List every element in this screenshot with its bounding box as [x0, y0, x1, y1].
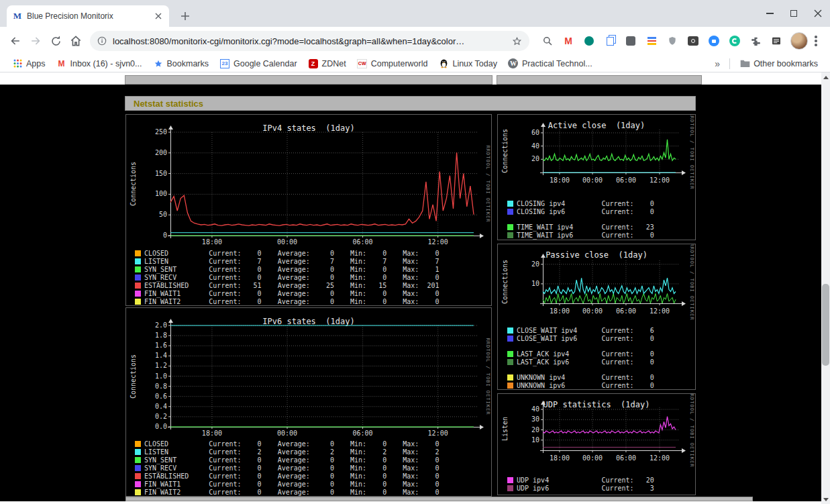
svg-text:06:00: 06:00	[353, 238, 373, 246]
address-bar[interactable]: localhost:8080/monitorix-cgi/monitorix.c…	[90, 31, 529, 51]
scrollbar-down-arrow[interactable]	[821, 495, 830, 504]
svg-text:20: 20	[531, 426, 539, 434]
svg-text:1.8: 1.8	[155, 332, 167, 339]
svg-text:06:00: 06:00	[616, 177, 636, 184]
svg-text:18:00: 18:00	[202, 430, 222, 437]
bookmarks-separator	[729, 58, 730, 69]
svg-text:00:00: 00:00	[582, 454, 603, 462]
svg-text:10: 10	[531, 436, 539, 444]
star-icon	[153, 58, 164, 69]
bookmark-google-calendar[interactable]: 23 Google Calendar	[214, 56, 303, 71]
browser-toolbar: localhost:8080/monitorix-cgi/monitorix.c…	[0, 27, 830, 55]
bookmarks-overflow-chevron[interactable]: »	[709, 58, 725, 69]
reload-button[interactable]	[46, 31, 66, 51]
grammarly-icon[interactable]	[726, 32, 743, 50]
scrollbar-thumb[interactable]	[822, 284, 829, 366]
svg-text:00:00: 00:00	[277, 238, 297, 246]
svg-text:00:00: 00:00	[582, 307, 603, 315]
graph-ipv6-states[interactable]: IPv6 states (1day) Connections RRDTOOL /…	[125, 307, 492, 497]
section-header: Netstat statistics	[125, 96, 696, 111]
svg-text:10: 10	[531, 280, 539, 287]
url-text[interactable]: localhost:8080/monitorix-cgi/monitorix.c…	[113, 36, 511, 46]
svg-text:18:00: 18:00	[202, 238, 222, 246]
bookmark-inbox[interactable]: M Inbox (16) - sjvn0...	[51, 56, 148, 71]
monitorix-content: Netstat statistics IPv4 states (1day) Co…	[0, 85, 821, 501]
svg-text:06:00: 06:00	[616, 454, 636, 462]
page-info-icon[interactable]	[97, 36, 107, 46]
svg-text:60: 60	[531, 129, 539, 136]
graph-active-close[interactable]: Active close (1day) Connections RRDTOOL …	[497, 114, 696, 240]
graph-udp-statistics[interactable]: UDP statistics (1day) Listen RRDTOOL / T…	[497, 393, 696, 495]
svg-text:2.0: 2.0	[155, 321, 167, 329]
search-icon[interactable]	[539, 32, 556, 50]
back-button[interactable]	[5, 31, 25, 51]
next-section-fragment	[125, 497, 753, 501]
browser-titlebar: M Blue Precision Monitorix	[0, 0, 830, 27]
svg-text:200: 200	[155, 149, 167, 156]
svg-text:0.4: 0.4	[155, 403, 167, 410]
page-scrollbar[interactable]	[821, 72, 830, 504]
svg-text:1.4: 1.4	[155, 352, 167, 359]
bookmark-bookmarks[interactable]: Bookmarks	[148, 56, 215, 71]
svg-text:0.6: 0.6	[155, 393, 167, 400]
bookmark-practical-technology[interactable]: W Practical Technol...	[503, 56, 598, 71]
apps-grid-icon	[12, 58, 23, 69]
extensions-puzzle-icon[interactable]	[747, 32, 764, 50]
window-maximize-button[interactable]	[782, 0, 806, 27]
scrollbar-up-arrow[interactable]	[821, 72, 830, 82]
svg-text:0.8: 0.8	[155, 383, 167, 390]
copy-icon[interactable]	[601, 32, 619, 50]
svg-text:12:00: 12:00	[650, 454, 670, 462]
meet-icon[interactable]	[705, 32, 723, 50]
tab-close-icon[interactable]	[153, 13, 164, 19]
svg-text:1.0: 1.0	[155, 372, 167, 380]
wordpress-icon: W	[508, 58, 519, 69]
graph-ipv4-states[interactable]: IPv4 states (1day) Connections RRDTOOL /…	[125, 114, 492, 306]
svg-text:06:00: 06:00	[616, 307, 636, 315]
notes-icon[interactable]	[622, 32, 639, 50]
tab-title: Blue Precision Monitorix	[27, 11, 153, 21]
bookmark-computerworld[interactable]: CW Computerworld	[352, 56, 433, 71]
svg-text:20: 20	[531, 260, 539, 268]
camera-icon[interactable]	[684, 32, 702, 50]
profile-avatar[interactable]	[790, 32, 808, 50]
bookmarks-bar: Apps M Inbox (16) - sjvn0... Bookmarks 2…	[0, 55, 830, 72]
other-bookmarks-button[interactable]: Other bookmarks	[734, 56, 823, 71]
extensions-row: M	[539, 32, 785, 50]
graph-passive-close[interactable]: Passive close (1day) Connections RRDTOOL…	[497, 244, 696, 390]
window-minimize-button[interactable]	[758, 0, 782, 27]
share-icon[interactable]	[580, 32, 598, 50]
home-button[interactable]	[66, 31, 86, 51]
svg-text:40: 40	[531, 405, 539, 413]
bookmark-apps[interactable]: Apps	[7, 56, 51, 71]
svg-text:1.6: 1.6	[155, 342, 167, 349]
svg-text:150: 150	[155, 170, 167, 177]
zdnet-icon: Z	[308, 58, 319, 69]
section-title: Netstat statistics	[134, 99, 203, 109]
svg-text:0.2: 0.2	[155, 413, 167, 420]
svg-text:18:00: 18:00	[550, 454, 570, 462]
bookmark-linux-today[interactable]: Linux Today	[433, 56, 503, 71]
bookmark-zdnet[interactable]: Z ZDNet	[303, 56, 352, 71]
window-close-button[interactable]	[806, 0, 830, 27]
browser-tab[interactable]: M Blue Precision Monitorix	[7, 5, 169, 27]
previous-section-fragment-right	[497, 75, 702, 85]
svg-text:100: 100	[155, 190, 167, 197]
shield-icon[interactable]	[664, 32, 681, 50]
svg-text:12:00: 12:00	[428, 430, 448, 437]
svg-text:50: 50	[159, 211, 167, 218]
svg-text:06:00: 06:00	[353, 430, 373, 437]
collections-icon[interactable]	[643, 32, 660, 50]
bookmark-star-icon[interactable]	[511, 36, 523, 47]
svg-text:30: 30	[531, 415, 539, 423]
gmail-icon[interactable]: M	[560, 32, 577, 50]
svg-text:20: 20	[531, 155, 539, 162]
forward-button[interactable]	[25, 31, 46, 51]
previous-section-fragment-left	[125, 75, 492, 85]
media-list-icon[interactable]	[768, 32, 785, 50]
new-tab-button[interactable]	[176, 7, 195, 26]
browser-menu-icon[interactable]	[815, 36, 817, 46]
svg-text:00:00: 00:00	[277, 430, 297, 437]
svg-text:12:00: 12:00	[650, 177, 670, 184]
folder-icon	[739, 58, 750, 69]
